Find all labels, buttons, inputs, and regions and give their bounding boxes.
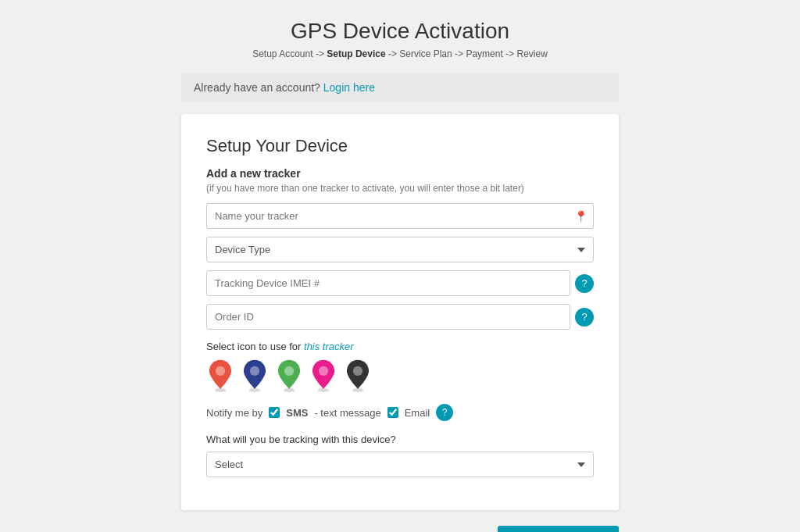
section-label: Add a new tracker — [206, 167, 594, 180]
name-input-wrapper: 📍 — [206, 203, 594, 229]
pink-pin-icon[interactable] — [309, 359, 338, 393]
icon-section-label: Select icon to use for this tracker — [206, 341, 594, 352]
tracking-select[interactable]: SelectVehiclePersonPetAsset — [206, 452, 594, 477]
login-link[interactable]: Login here — [323, 81, 375, 94]
device-type-select[interactable]: Device TypeGPS Tracker AGPS Tracker BGPS… — [206, 237, 594, 262]
breadcrumb-arrow1: -> — [316, 48, 324, 59]
imei-help-button[interactable]: ? — [575, 274, 594, 293]
sms-checkbox[interactable] — [269, 407, 280, 418]
sms-bold-label: SMS — [286, 407, 308, 419]
svg-point-7 — [319, 366, 328, 376]
blue-pin-icon[interactable] — [241, 359, 269, 393]
tracking-label: What will you be tracking with this devi… — [206, 434, 594, 445]
name-tracker-row: 📍 — [206, 203, 594, 229]
breadcrumb-review: Review — [516, 48, 547, 59]
breadcrumb-setup-device: Setup Device — [327, 48, 385, 59]
imei-row: ? — [206, 270, 594, 296]
section-hint: (if you have more than one tracker to ac… — [206, 183, 594, 194]
sms-suffix: - text message — [314, 407, 380, 419]
footer-actions: << Go Back Continue > — [181, 526, 619, 532]
svg-point-9 — [353, 366, 362, 376]
breadcrumb-arrow3: -> — [455, 48, 463, 59]
breadcrumb: Setup Account -> Setup Device -> Service… — [252, 48, 548, 59]
location-pin-icon: 📍 — [574, 210, 588, 223]
green-pin-icon[interactable] — [275, 359, 303, 393]
page-title: GPS Device Activation — [252, 19, 548, 44]
imei-input[interactable] — [206, 270, 570, 296]
breadcrumb-service-plan: Service Plan — [399, 48, 452, 59]
login-bar: Already have an account? Login here — [181, 73, 619, 102]
login-bar-text: Already have an account? — [194, 81, 320, 94]
page-header: GPS Device Activation Setup Account -> S… — [252, 0, 548, 66]
email-checkbox[interactable] — [388, 407, 398, 418]
icon-section-text: Select icon to use for — [206, 341, 301, 352]
notify-help-button[interactable]: ? — [436, 404, 453, 421]
notify-row: Notify me by SMS - text message Email ? — [206, 404, 594, 421]
tracker-icons — [206, 359, 594, 393]
notify-label: Notify me by — [206, 407, 262, 419]
main-card: Setup Your Device Add a new tracker (if … — [181, 114, 619, 510]
order-id-row: ? — [206, 304, 594, 330]
breadcrumb-arrow2: -> — [388, 48, 397, 59]
name-tracker-input[interactable] — [206, 203, 594, 229]
svg-point-5 — [284, 366, 294, 376]
tracking-select-wrapper: SelectVehiclePersonPetAsset — [206, 452, 594, 477]
order-id-help-button[interactable]: ? — [575, 308, 594, 327]
breadcrumb-payment: Payment — [466, 48, 502, 59]
card-title: Setup Your Device — [206, 136, 594, 156]
order-id-input[interactable] — [206, 304, 570, 330]
red-pin-icon[interactable] — [206, 359, 234, 393]
icon-section-highlight: this tracker — [304, 341, 354, 352]
continue-button[interactable]: Continue > — [498, 526, 619, 532]
email-label: Email — [405, 407, 430, 419]
svg-point-1 — [216, 366, 225, 376]
black-pin-icon[interactable] — [344, 359, 372, 393]
svg-point-3 — [250, 366, 259, 376]
device-type-wrapper: Device TypeGPS Tracker AGPS Tracker BGPS… — [206, 237, 594, 262]
breadcrumb-arrow4: -> — [505, 48, 514, 59]
breadcrumb-setup-account: Setup Account — [252, 48, 312, 59]
